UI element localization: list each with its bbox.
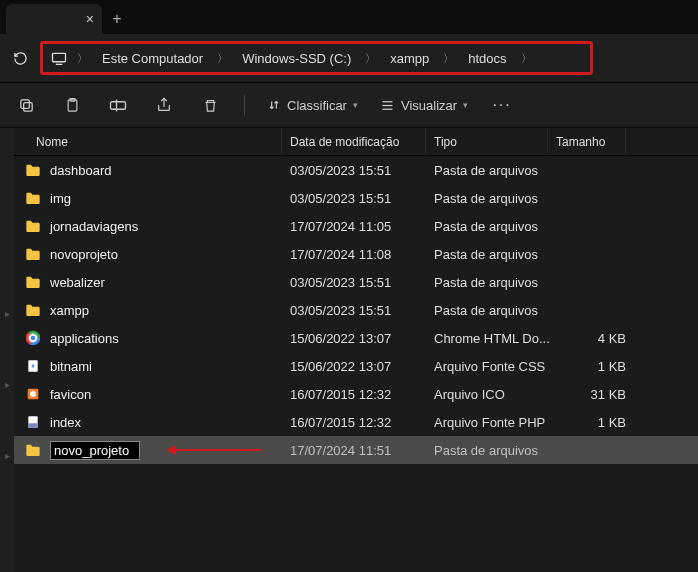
file-date: 16/07/2015 12:32: [290, 387, 434, 402]
refresh-button[interactable]: [8, 46, 32, 70]
file-date: 03/05/2023 15:51: [290, 303, 434, 318]
file-name: webalizer: [50, 275, 290, 290]
file-date: 17/07/2024 11:08: [290, 247, 434, 262]
ico-file-icon: [24, 385, 42, 403]
share-icon[interactable]: [152, 93, 176, 117]
file-date: 17/07/2024 11:51: [290, 443, 434, 458]
col-header-size[interactable]: Tamanho: [548, 128, 626, 155]
file-name: dashboard: [50, 163, 290, 178]
svg-rect-2: [23, 102, 32, 111]
svg-rect-0: [53, 53, 66, 61]
file-date: 15/06/2022 13:07: [290, 331, 434, 346]
rename-input[interactable]: [50, 441, 140, 460]
svg-point-16: [31, 336, 36, 341]
breadcrumb-item[interactable]: Windows-SSD (C:): [238, 49, 355, 68]
file-type: Pasta de arquivos: [434, 247, 556, 262]
col-header-date[interactable]: Data de modificação: [282, 128, 426, 155]
breadcrumb-item[interactable]: htdocs: [464, 49, 510, 68]
pc-icon: [51, 50, 67, 66]
view-label: Visualizar: [401, 98, 457, 113]
file-row[interactable]: index16/07/2015 12:32Arquivo Fonte PHP1 …: [14, 408, 698, 436]
file-type: Pasta de arquivos: [434, 163, 556, 178]
file-type: Pasta de arquivos: [434, 191, 556, 206]
folder-icon: [24, 245, 42, 263]
folder-icon: [24, 189, 42, 207]
chevron-right-icon[interactable]: ▸: [5, 450, 10, 461]
copy-icon[interactable]: [14, 93, 38, 117]
file-size: 1 KB: [556, 415, 626, 430]
paste-icon[interactable]: [60, 93, 84, 117]
svg-text:#: #: [32, 363, 35, 369]
chevron-down-icon: ▾: [353, 100, 358, 110]
file-list: Nome Data de modificação Tipo Tamanho da…: [14, 128, 698, 572]
file-name: favicon: [50, 387, 290, 402]
toolbar: Classificar ▾ Visualizar ▾ ···: [0, 82, 698, 128]
file-name: novoprojeto: [50, 247, 290, 262]
file-name: applications: [50, 331, 290, 346]
chevron-right-icon: 〉: [515, 51, 538, 66]
file-name: xampp: [50, 303, 290, 318]
delete-icon[interactable]: [198, 93, 222, 117]
breadcrumb-item[interactable]: Este Computador: [98, 49, 207, 68]
file-type: Pasta de arquivos: [434, 303, 556, 318]
file-date: 03/05/2023 15:51: [290, 191, 434, 206]
file-row[interactable]: jornadaviagens17/07/2024 11:05Pasta de a…: [14, 212, 698, 240]
file-row-editing[interactable]: 17/07/2024 11:51 Pasta de arquivos: [14, 436, 698, 464]
close-tab-icon[interactable]: ×: [86, 12, 94, 26]
chevron-down-icon: ▾: [463, 100, 468, 110]
file-date: 16/07/2015 12:32: [290, 415, 434, 430]
file-row[interactable]: applications15/06/2022 13:07Chrome HTML …: [14, 324, 698, 352]
window-tab[interactable]: ×: [6, 4, 102, 34]
file-name: index: [50, 415, 290, 430]
col-header-name[interactable]: Nome: [14, 128, 282, 155]
file-name: bitnami: [50, 359, 290, 374]
chrome-file-icon: [24, 329, 42, 347]
chevron-right-icon: 〉: [437, 51, 460, 66]
breadcrumb-bar[interactable]: 〉 Este Computador 〉 Windows-SSD (C:) 〉 x…: [40, 41, 593, 75]
file-date: 15/06/2022 13:07: [290, 359, 434, 374]
breadcrumb-item[interactable]: xampp: [386, 49, 433, 68]
new-tab-button[interactable]: +: [102, 4, 132, 34]
svg-rect-3: [20, 99, 28, 108]
file-type: Arquivo ICO: [434, 387, 556, 402]
file-type: Pasta de arquivos: [434, 443, 556, 458]
column-headers: Nome Data de modificação Tipo Tamanho: [14, 128, 698, 156]
file-date: 03/05/2023 15:51: [290, 163, 434, 178]
folder-icon: [24, 273, 42, 291]
file-row[interactable]: img03/05/2023 15:51Pasta de arquivos: [14, 184, 698, 212]
file-type: Pasta de arquivos: [434, 275, 556, 290]
file-name-editing[interactable]: [50, 441, 290, 460]
file-row[interactable]: xampp03/05/2023 15:51Pasta de arquivos: [14, 296, 698, 324]
file-row[interactable]: webalizer03/05/2023 15:51Pasta de arquiv…: [14, 268, 698, 296]
css-file-icon: #: [24, 357, 42, 375]
title-bar: × +: [0, 0, 698, 34]
chevron-right-icon[interactable]: ▸: [5, 308, 10, 319]
file-pane: ▸ ▸ ▸ Nome Data de modificação Tipo Tama…: [0, 128, 698, 572]
file-type: Arquivo Fonte PHP: [434, 415, 556, 430]
more-icon[interactable]: ···: [490, 93, 514, 117]
file-type: Pasta de arquivos: [434, 219, 556, 234]
rename-icon[interactable]: [106, 93, 130, 117]
folder-icon: [24, 301, 42, 319]
svg-rect-22: [28, 423, 37, 428]
file-date: 03/05/2023 15:51: [290, 275, 434, 290]
file-row[interactable]: #bitnami15/06/2022 13:07Arquivo Fonte CS…: [14, 352, 698, 380]
chevron-right-icon: 〉: [359, 51, 382, 66]
chevron-right-icon: 〉: [211, 51, 234, 66]
file-size: 4 KB: [556, 331, 626, 346]
file-name: jornadaviagens: [50, 219, 290, 234]
view-dropdown[interactable]: Visualizar ▾: [380, 98, 468, 113]
sort-dropdown[interactable]: Classificar ▾: [267, 98, 358, 113]
svg-rect-6: [111, 101, 126, 109]
chevron-right-icon[interactable]: ▸: [5, 379, 10, 390]
file-type: Chrome HTML Do...: [434, 331, 556, 346]
folder-icon: [24, 161, 42, 179]
folder-icon: [24, 217, 42, 235]
file-row[interactable]: dashboard03/05/2023 15:51Pasta de arquiv…: [14, 156, 698, 184]
file-row[interactable]: novoprojeto17/07/2024 11:08Pasta de arqu…: [14, 240, 698, 268]
col-header-type[interactable]: Tipo: [426, 128, 548, 155]
svg-point-20: [30, 391, 36, 397]
file-date: 17/07/2024 11:05: [290, 219, 434, 234]
nav-gutter: ▸ ▸ ▸: [0, 128, 14, 572]
file-row[interactable]: favicon16/07/2015 12:32Arquivo ICO31 KB: [14, 380, 698, 408]
